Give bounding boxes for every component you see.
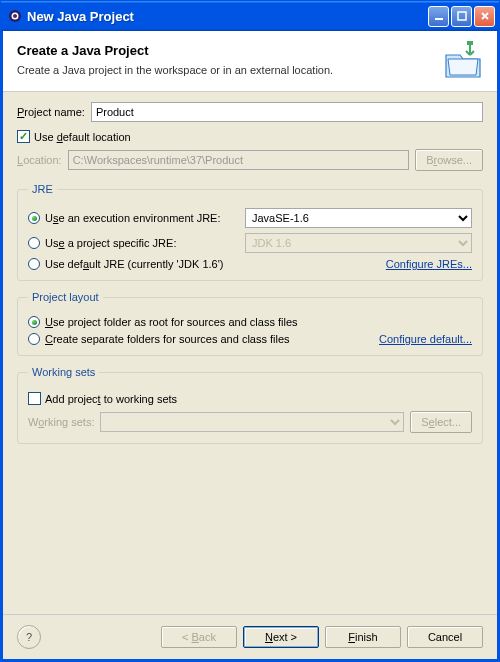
select-working-sets-button: Select... bbox=[410, 411, 472, 433]
window-title: New Java Project bbox=[27, 9, 428, 24]
titlebar[interactable]: New Java Project bbox=[1, 1, 499, 31]
jre-exec-env-radio[interactable]: Use an execution environment JRE: JavaSE… bbox=[28, 208, 472, 228]
folder-icon bbox=[439, 41, 489, 81]
radio-icon bbox=[28, 212, 40, 224]
help-button[interactable]: ? bbox=[17, 625, 41, 649]
project-layout-group: Project layout Use project folder as roo… bbox=[17, 291, 483, 356]
layout-root-radio[interactable]: Use project folder as root for sources a… bbox=[28, 316, 472, 328]
wizard-heading: Create a Java Project bbox=[17, 43, 439, 58]
exec-env-select[interactable]: JavaSE-1.6 bbox=[245, 208, 472, 228]
checkbox-icon bbox=[28, 392, 41, 405]
svg-point-2 bbox=[13, 14, 17, 18]
wizard-content: Project name: Use default location Locat… bbox=[3, 92, 497, 614]
svg-rect-4 bbox=[458, 12, 466, 20]
minimize-button[interactable] bbox=[428, 6, 449, 27]
location-label: Location: bbox=[17, 154, 62, 166]
svg-text:?: ? bbox=[26, 631, 32, 643]
close-button[interactable] bbox=[474, 6, 495, 27]
location-input bbox=[68, 150, 409, 170]
radio-icon bbox=[28, 333, 40, 345]
configure-default-link[interactable]: Configure default... bbox=[379, 333, 472, 345]
finish-button[interactable]: Finish bbox=[325, 626, 401, 648]
layout-separate-radio[interactable]: Create separate folders for sources and … bbox=[28, 333, 472, 345]
project-name-input[interactable] bbox=[91, 102, 483, 122]
jre-group: JRE Use an execution environment JRE: Ja… bbox=[17, 183, 483, 281]
jre-project-specific-radio[interactable]: Use a project specific JRE: JDK 1.6 bbox=[28, 233, 472, 253]
next-button[interactable]: Next > bbox=[243, 626, 319, 648]
wizard-subheading: Create a Java project in the workspace o… bbox=[17, 64, 439, 76]
working-sets-legend: Working sets bbox=[28, 366, 99, 378]
app-icon bbox=[7, 8, 23, 24]
cancel-button[interactable]: Cancel bbox=[407, 626, 483, 648]
use-default-location-checkbox[interactable]: Use default location bbox=[17, 130, 483, 143]
browse-button: Browse... bbox=[415, 149, 483, 171]
working-sets-group: Working sets Add project to working sets… bbox=[17, 366, 483, 444]
radio-icon bbox=[28, 237, 40, 249]
back-button: < Back bbox=[161, 626, 237, 648]
configure-jres-link[interactable]: Configure JREs... bbox=[386, 258, 472, 270]
project-jre-select: JDK 1.6 bbox=[245, 233, 472, 253]
radio-icon bbox=[28, 258, 40, 270]
svg-rect-5 bbox=[467, 41, 473, 45]
add-to-working-sets-checkbox[interactable]: Add project to working sets bbox=[28, 392, 472, 405]
working-sets-select bbox=[100, 412, 404, 432]
jre-legend: JRE bbox=[28, 183, 57, 195]
checkbox-icon bbox=[17, 130, 30, 143]
button-bar: ? < Back Next > Finish Cancel bbox=[3, 614, 497, 659]
svg-rect-3 bbox=[435, 18, 443, 20]
wizard-header: Create a Java Project Create a Java proj… bbox=[3, 31, 497, 92]
maximize-button[interactable] bbox=[451, 6, 472, 27]
working-sets-label: Working sets: bbox=[28, 416, 94, 428]
project-name-label: Project name: bbox=[17, 106, 85, 118]
radio-icon bbox=[28, 316, 40, 328]
layout-legend: Project layout bbox=[28, 291, 103, 303]
jre-default-radio[interactable]: Use default JRE (currently 'JDK 1.6') Co… bbox=[28, 258, 472, 270]
